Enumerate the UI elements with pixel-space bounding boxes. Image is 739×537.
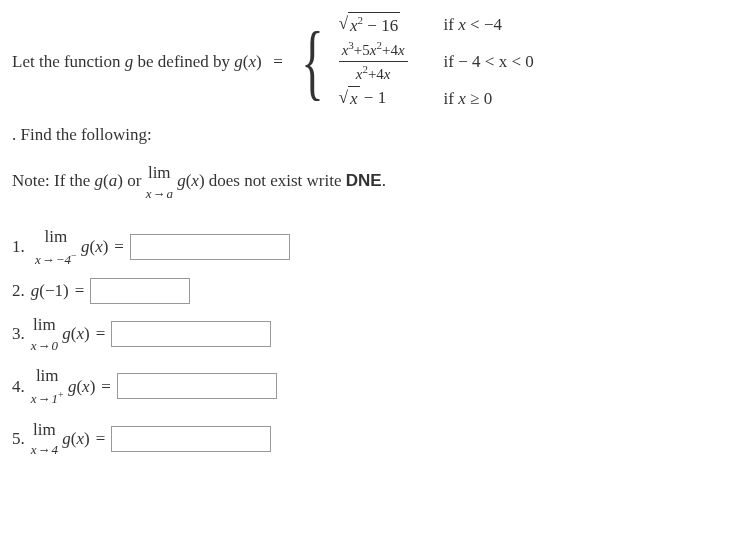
p5-lim-top: lim (31, 418, 58, 442)
p1-tail: − 16 (363, 16, 398, 35)
note-lim: limx→a (146, 161, 173, 203)
p2-if: if (444, 52, 459, 71)
p1-if: if (444, 15, 459, 34)
problem-1-lim: lim x→−4− (35, 225, 77, 269)
problem-5-lim: lim x→4 (31, 418, 58, 460)
problem-1-input[interactable] (130, 234, 290, 260)
note-prefix: Note: If the (12, 171, 95, 190)
p3-var: x (350, 89, 358, 108)
note-text: Note: If the g(a) or limx→a g(x) does no… (12, 161, 727, 203)
piece-1-cond: if x < −4 (444, 13, 534, 37)
problem-1-num: 1. (12, 235, 25, 259)
piece-3-cond: if x ≥ 0 (444, 87, 534, 111)
problem-2: 2. g(−1) = (12, 278, 727, 304)
problem-3-num: 3. (12, 322, 25, 346)
note-ga: g(a) (95, 171, 123, 190)
p5-gx: g(x) (62, 427, 89, 451)
problem-2-input[interactable] (90, 278, 190, 304)
definition-intro: Let the function g be defined by g(x) = (12, 50, 286, 74)
p3-crel: ≥ 0 (466, 89, 492, 108)
note-gx: g(x) (177, 171, 204, 190)
note-dne: DNE (346, 171, 382, 190)
note-or: or (123, 171, 146, 190)
p4-lim-top: lim (31, 364, 64, 388)
p3-if: if (444, 89, 459, 108)
p5-lim-bottom: x→4 (31, 441, 58, 459)
problem-3: 3. lim x→0 g(x) = (12, 313, 727, 355)
p3-lim-bottom: x→0 (31, 337, 58, 355)
p1-lim-top: lim (35, 225, 77, 249)
note-period: . (382, 171, 386, 190)
problem-5-num: 5. (12, 427, 25, 451)
p1-gx: g(x) (81, 235, 108, 259)
p1-lim-bottom: x→−4− (35, 249, 77, 270)
note-lim-top: lim (146, 161, 173, 185)
p4-lim-bottom: x→1+ (31, 388, 64, 409)
piece-2-expr: x3+5x2+4x x2+4x (339, 38, 408, 85)
problem-4-input[interactable] (117, 373, 277, 399)
left-brace-icon: { (301, 19, 323, 104)
p4-gx: g(x) (68, 375, 95, 399)
problems-list: 1. lim x→−4− g(x) = 2. g(−1) = 3. lim x→… (12, 225, 727, 460)
p1-var: x (350, 16, 358, 35)
p2-crel: − 4 < x < 0 (458, 52, 534, 71)
intro-text: Let the function (12, 52, 125, 71)
problem-5: 5. lim x→4 g(x) = (12, 418, 727, 460)
problem-2-num: 2. (12, 279, 25, 303)
note-dne-text: does not exist write (205, 171, 346, 190)
defined-by-text: be defined by (133, 52, 234, 71)
p3-gx: g(x) (62, 322, 89, 346)
function-definition: Let the function g be defined by g(x) = … (12, 12, 727, 111)
problem-4-num: 4. (12, 375, 25, 399)
problem-3-lim: lim x→0 (31, 313, 58, 355)
note-lim-arr: → (151, 186, 166, 201)
piecewise-grid: √x2 − 16 if x < −4 x3+5x2+4x x2+4x if − … (339, 12, 534, 111)
p3-lim-top: lim (31, 313, 58, 337)
find-following-text: . Find the following: (12, 123, 727, 147)
p2-expr: g(−1) (31, 279, 69, 303)
problem-1: 1. lim x→−4− g(x) = (12, 225, 727, 269)
p3-tail: − 1 (360, 88, 387, 107)
piece-2-cond: if − 4 < x < 0 (444, 50, 534, 74)
problem-4: 4. lim x→1+ g(x) = (12, 364, 727, 408)
piece-3-expr: √x − 1 (339, 86, 408, 111)
note-lim-br: a (166, 186, 173, 201)
problem-5-input[interactable] (111, 426, 271, 452)
g-of-x: g(x) (234, 52, 261, 71)
problem-4-lim: lim x→1+ (31, 364, 64, 408)
p3-cvar: x (458, 89, 466, 108)
p1-crel: < −4 (466, 15, 502, 34)
problem-3-input[interactable] (111, 321, 271, 347)
piece-1-expr: √x2 − 16 (339, 12, 408, 37)
p1-cvar: x (458, 15, 466, 34)
